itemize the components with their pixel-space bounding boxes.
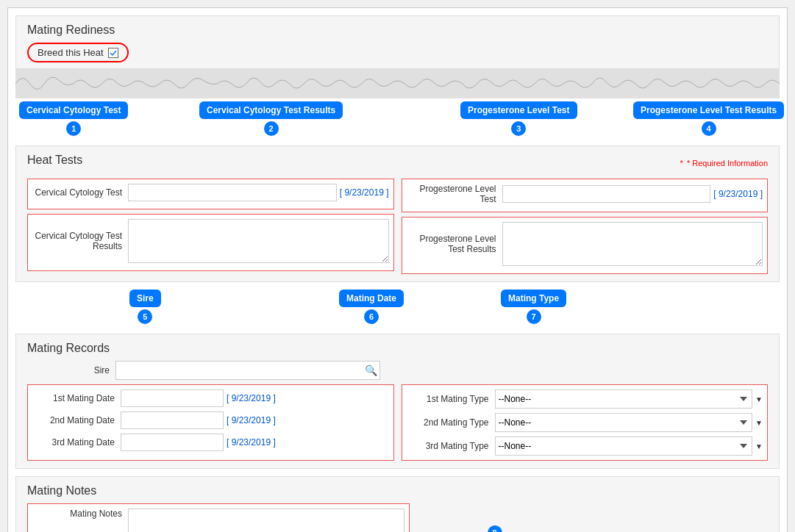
third-mating-type-label: 3rd Mating Type (407, 441, 495, 451)
second-mating-type-row: 2nd Mating Type --None-- ▼ (407, 413, 763, 432)
third-mating-type-select[interactable]: --None-- (495, 436, 753, 456)
progesterone-level-test-row: Progesterone Level Test [ 9/23/2019 ] (407, 184, 763, 204)
first-mating-type-label: 1st Mating Type (407, 394, 495, 404)
badge-mating-notes: 8 Mating Notes (461, 525, 531, 532)
progesterone-level-test-label: Progesterone Level Test (407, 184, 502, 204)
second-mating-date-input[interactable] (121, 411, 224, 429)
cervical-cytology-test-row: Cervical Cytology Test [ 9/23/2019 ] (32, 184, 389, 201)
badge-sire: Sire 5 (129, 290, 161, 324)
badge-mating-date: Mating Date 6 (339, 290, 404, 324)
sire-input-wrapper: 🔍 (115, 361, 380, 380)
progesterone-level-field-group: Progesterone Level Test [ 9/23/2019 ] (402, 179, 769, 212)
cervical-cytology-test-label: Cervical Cytology Test (32, 187, 128, 198)
cervical-cytology-results-field-group: Cervical Cytology Test Results (27, 214, 394, 271)
heat-tests-header: Heat Tests * * Required Information (27, 154, 768, 173)
mating-rediness-section: Mating Rediness Breed this Heat (15, 15, 780, 69)
waveform (15, 69, 780, 98)
breed-this-heat-label: Breed this Heat (38, 47, 104, 58)
cervical-cytology-test-date: [ 9/23/2019 ] (340, 187, 389, 198)
sire-label: Sire (27, 365, 115, 375)
mating-dates-block: 1st Mating Date [ 9/23/2019 ] 2nd Mating… (27, 384, 394, 461)
first-mating-type-select[interactable]: --None-- (495, 389, 753, 409)
required-info-text: * Required Information (687, 159, 768, 168)
notes-label: Mating Notes (32, 508, 128, 519)
second-mating-date-row: 2nd Mating Date [ 9/23/2019 ] (32, 411, 389, 429)
required-star: * (680, 159, 683, 168)
second-mating-date-label: 2nd Mating Date (32, 415, 121, 425)
third-type-arrow-icon: ▼ (755, 442, 763, 450)
cervical-cytology-results-label: Cervical Cytology Test Results (32, 231, 128, 251)
heat-tests-title: Heat Tests (27, 154, 82, 167)
third-mating-type-row: 3rd Mating Type --None-- ▼ (407, 436, 763, 456)
left-heat-tests: Cervical Cytology Test [ 9/23/2019 ] Cer… (27, 179, 394, 274)
progesterone-level-results-row: Progesterone Level Test Results (407, 222, 763, 266)
cervical-cytology-results-row: Cervical Cytology Test Results (32, 219, 389, 263)
mating-badges-row: Sire 5 Mating Date 6 Mating Type 7 (15, 290, 780, 330)
mating-types-block: 1st Mating Type --None-- ▼ 2nd Mating Ty… (402, 384, 769, 461)
mating-notes-title: Mating Notes (27, 484, 768, 497)
heat-tests-grid: Cervical Cytology Test [ 9/23/2019 ] Cer… (27, 179, 768, 274)
first-mating-date-badge: [ 9/23/2019 ] (227, 393, 276, 403)
badge-cervical-cytology-test-results: Cervical Cytology Test Results 2 (199, 101, 343, 136)
cervical-cytology-test-input[interactable] (128, 184, 337, 201)
mating-notes-section: Mating Notes Mating Notes 8 Mating Notes (15, 476, 780, 532)
notes-badge-external: 8 Mating Notes (417, 525, 531, 532)
progesterone-level-results-field-group: Progesterone Level Test Results (402, 217, 769, 274)
cervical-cytology-results-textarea[interactable] (128, 219, 389, 263)
third-mating-date-row: 3rd Mating Date [ 9/23/2019 ] (32, 434, 389, 451)
notes-row-wrapper: Mating Notes 8 Mating Notes (27, 503, 768, 532)
second-mating-date-badge: [ 9/23/2019 ] (227, 415, 276, 425)
second-mating-type-select[interactable]: --None-- (495, 413, 753, 432)
heat-test-badges-row: Cervical Cytology Test 1 Cervical Cytolo… (15, 101, 780, 142)
required-info: * * Required Information (680, 159, 768, 168)
progesterone-level-results-label: Progesterone Level Test Results (407, 234, 502, 254)
third-mating-date-label: 3rd Mating Date (32, 437, 121, 447)
heat-tests-section: Heat Tests * * Required Information Cerv… (15, 145, 780, 282)
notes-textarea[interactable] (128, 508, 404, 532)
search-icon: 🔍 (365, 364, 377, 376)
breed-this-heat: Breed this Heat (27, 43, 129, 62)
badge-cervical-cytology-test: Cervical Cytology Test 1 (19, 101, 128, 136)
badge-progesterone-level-test: Progesterone Level Test 3 (460, 101, 577, 136)
first-mating-type-row: 1st Mating Type --None-- ▼ (407, 389, 763, 409)
progesterone-level-test-date: [ 9/23/2019 ] (713, 189, 763, 199)
main-container: Mating Rediness Breed this Heat Cervical… (7, 7, 788, 532)
cervical-cytology-field-group: Cervical Cytology Test [ 9/23/2019 ] (27, 179, 394, 209)
breed-this-heat-checkbox[interactable] (108, 48, 118, 58)
progesterone-level-results-textarea[interactable] (502, 222, 763, 266)
third-mating-date-input[interactable] (121, 434, 224, 451)
third-mating-date-badge: [ 9/23/2019 ] (227, 437, 276, 447)
mating-records-section: Mating Records Sire 🔍 1st Mating Date [ … (15, 334, 780, 469)
second-type-arrow-icon: ▼ (755, 419, 763, 427)
badge-mating-type: Mating Type 7 (501, 290, 566, 324)
first-mating-date-label: 1st Mating Date (32, 393, 121, 403)
mating-records-grid: 1st Mating Date [ 9/23/2019 ] 2nd Mating… (27, 384, 768, 461)
first-mating-date-input[interactable] (121, 389, 224, 407)
sire-row: Sire 🔍 (27, 361, 768, 380)
first-type-arrow-icon: ▼ (755, 395, 763, 403)
sire-input[interactable] (115, 361, 380, 380)
second-mating-type-label: 2nd Mating Type (407, 417, 495, 428)
progesterone-level-test-input[interactable] (502, 185, 711, 203)
badge-progesterone-level-test-results: Progesterone Level Test Results 4 (633, 101, 784, 136)
first-mating-date-row: 1st Mating Date [ 9/23/2019 ] (32, 389, 389, 407)
mating-records-title: Mating Records (27, 342, 768, 355)
right-heat-tests: Progesterone Level Test [ 9/23/2019 ] Pr… (402, 179, 769, 274)
notes-field-group: Mating Notes (27, 503, 410, 532)
mating-rediness-title: Mating Rediness (27, 24, 768, 37)
